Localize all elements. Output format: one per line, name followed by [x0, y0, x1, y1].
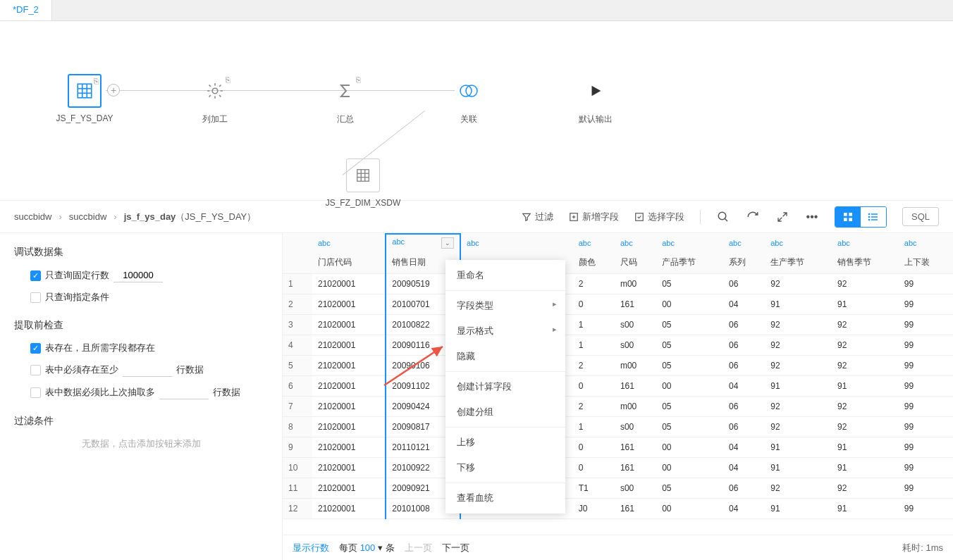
perpage-select[interactable]: 100 — [360, 542, 376, 553]
table-row[interactable]: 521020001200901062m000506929299 — [283, 356, 953, 376]
checkbox-cond[interactable] — [30, 292, 41, 303]
breadcrumb-3[interactable]: js_f_ys_day — [124, 211, 176, 222]
precheck-title: 提取前检查 — [14, 319, 268, 332]
svg-point-26 — [868, 213, 869, 214]
expand-icon[interactable] — [775, 210, 789, 224]
breadcrumb-suffix: （JS_F_YS_DAY） — [176, 211, 256, 223]
export-icon: ⎘ — [356, 75, 361, 84]
export-icon: ⎘ — [226, 75, 230, 84]
ctx-fieldtype[interactable]: 字段类型 — [445, 293, 565, 318]
column-header[interactable]: 门店代码 — [312, 251, 386, 274]
svg-rect-0 — [78, 84, 92, 98]
svg-point-28 — [868, 219, 869, 220]
svg-rect-19 — [844, 213, 847, 216]
flow-node-aggregate[interactable]: ⎘ 汇总 — [314, 74, 377, 125]
refresh-icon[interactable] — [746, 210, 760, 224]
data-table: abcabc⌄abcabcabcabcabcabcabcabc 门店代码销售日期… — [283, 233, 953, 519]
svg-rect-8 — [357, 170, 369, 182]
column-header[interactable]: 销售季节 — [832, 251, 899, 274]
checkbox-fixedrows[interactable]: ✓ — [30, 270, 41, 281]
svg-rect-16 — [636, 213, 644, 220]
add-node-button[interactable]: + — [107, 84, 120, 97]
breadcrumb-1[interactable]: succbidw — [14, 211, 51, 222]
table-row[interactable]: 721020001200904242m000506929299 — [283, 397, 953, 417]
flow-canvas[interactable]: ⎘ JS_F_YS_DAY + ⎘ 列加工 ⎘ 汇总 关联 默认输出 JS_FZ… — [0, 21, 953, 201]
table-row[interactable]: 121020001200905192m000506929299 — [283, 274, 953, 294]
select-field-button[interactable]: 选择字段 — [634, 211, 684, 223]
table-row[interactable]: 821020001200908171s000506929299 — [283, 417, 953, 437]
table-row[interactable]: 122102000120101008MSL9059-91F11J01610004… — [283, 499, 953, 519]
table-row[interactable]: 421020001200901161s000506929299 — [283, 335, 953, 356]
checkbox-exists[interactable]: ✓ — [30, 343, 41, 354]
prev-page[interactable]: 上一页 — [405, 542, 432, 554]
ctx-group[interactable]: 创建分组 — [445, 399, 565, 425]
export-icon: ⎘ — [94, 77, 99, 85]
filtercond-title: 过滤条件 — [14, 415, 268, 428]
filter-button[interactable]: 过滤 — [522, 211, 553, 223]
table-row[interactable]: 6210200012009110201610004919199 — [283, 376, 953, 397]
ctx-hide[interactable]: 隐藏 — [445, 344, 565, 369]
flow-node-dim[interactable]: JS_FZ_DIM_XSDW — [314, 158, 412, 208]
table-row[interactable]: 321020001201008221s000506929299 — [283, 315, 953, 335]
atleast-input[interactable] — [123, 363, 172, 377]
ctx-format[interactable]: 显示格式 — [445, 318, 565, 344]
table-row[interactable]: 2210200012010070101610004919199 — [283, 294, 953, 315]
svg-point-17 — [718, 212, 726, 220]
svg-rect-21 — [844, 218, 847, 221]
flow-node-output[interactable]: 默认输出 — [564, 74, 627, 125]
flow-node-join[interactable]: 关联 — [437, 74, 500, 125]
breadcrumb-2[interactable]: succbidw — [69, 211, 106, 222]
more-input[interactable] — [159, 385, 209, 399]
showrows-link[interactable]: 显示行数 — [293, 542, 329, 554]
table-row[interactable]: 9210200012011012101610004919199 — [283, 437, 953, 458]
nodata-text: 无数据，点击添加按钮来添加 — [14, 437, 268, 450]
checkbox-more[interactable] — [30, 387, 41, 398]
list-view-button[interactable] — [861, 207, 886, 227]
column-header[interactable]: 产品季节 — [656, 251, 723, 274]
ctx-calcfield[interactable]: 创建计算字段 — [445, 374, 565, 399]
elapsed-time: 耗时: 1ms — [902, 542, 943, 554]
more-icon[interactable]: ••• — [805, 210, 819, 224]
ctx-rename[interactable]: 重命名 — [445, 263, 565, 288]
search-icon[interactable] — [716, 210, 730, 224]
context-menu: 重命名 字段类型 显示格式 隐藏 创建计算字段 创建分组 上移 下移 查看血统 — [445, 260, 565, 514]
column-header[interactable]: 系列 — [723, 251, 765, 274]
svg-rect-20 — [849, 213, 852, 216]
svg-point-27 — [868, 216, 869, 217]
svg-point-5 — [212, 88, 218, 94]
column-dropdown[interactable]: ⌄ — [441, 237, 454, 249]
svg-rect-22 — [849, 218, 852, 221]
add-field-button[interactable]: 新增字段 — [569, 211, 619, 223]
fixedrows-input[interactable] — [113, 268, 163, 282]
next-page[interactable]: 下一页 — [442, 542, 469, 554]
ctx-moveup[interactable]: 上移 — [445, 430, 565, 455]
checkbox-atleast[interactable] — [30, 365, 41, 375]
ctx-lineage[interactable]: 查看血统 — [445, 485, 565, 511]
grid-view-button[interactable] — [835, 207, 861, 227]
table-row[interactable]: 10210200012010092201610004919199 — [283, 458, 953, 478]
flow-node-column[interactable]: ⎘ 列加工 — [183, 74, 247, 125]
tab-df2[interactable]: *DF_2 — [0, 0, 52, 20]
column-header[interactable]: 尺码 — [615, 251, 656, 274]
column-header[interactable]: 上下装 — [899, 251, 953, 274]
svg-line-18 — [725, 218, 727, 221]
sql-button[interactable]: SQL — [902, 207, 939, 226]
table-row[interactable]: 112102000120090921MDS9298-92001T1s000506… — [283, 478, 953, 499]
column-header[interactable]: 生产季节 — [765, 251, 832, 274]
column-header[interactable]: 颜色 — [573, 251, 615, 274]
flow-node-source[interactable]: ⎘ JS_F_YS_DAY — [53, 74, 116, 123]
ctx-movedown[interactable]: 下移 — [445, 455, 565, 480]
debug-title: 调试数据集 — [14, 246, 268, 259]
